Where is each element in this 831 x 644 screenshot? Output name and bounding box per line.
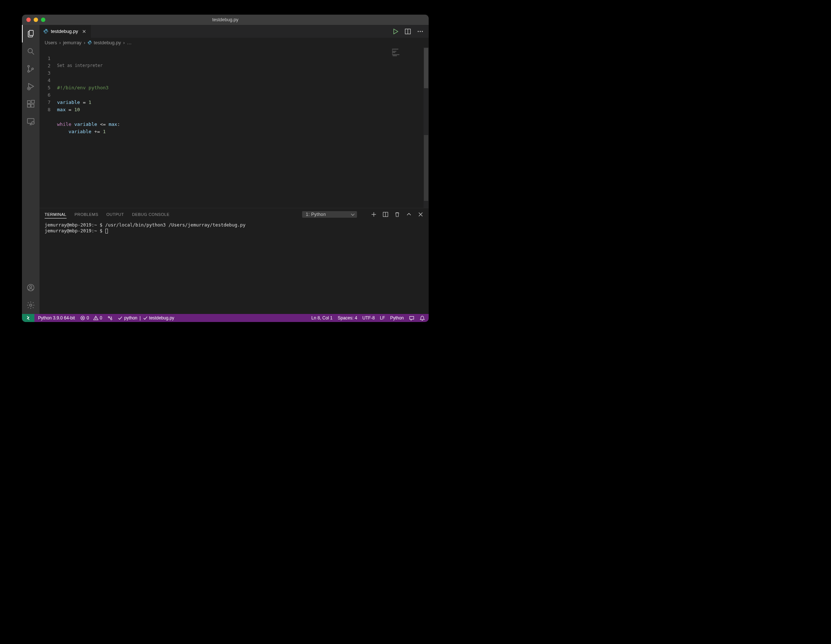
svg-rect-11 — [32, 100, 34, 103]
code-line[interactable]: variable += 1 — [57, 128, 380, 135]
notifications-bell-icon[interactable] — [420, 316, 425, 321]
error-count: 0 — [87, 316, 89, 320]
python-file-icon — [43, 29, 49, 34]
svg-point-5 — [32, 68, 33, 70]
window-title: testdebug.py — [22, 17, 429, 22]
vscode-window: testdebug.py — [22, 14, 429, 322]
more-actions-icon[interactable] — [417, 28, 423, 35]
line-number: 4 — [40, 77, 51, 84]
line-number: 3 — [40, 70, 51, 77]
terminal-output[interactable]: jemurray@mbp-2019:~ $ /usr/local/bin/pyt… — [40, 221, 429, 314]
new-terminal-icon[interactable] — [371, 212, 377, 217]
split-editor-icon[interactable] — [404, 28, 411, 35]
svg-point-24 — [422, 31, 423, 32]
panel-tab-terminal[interactable]: TERMINAL — [45, 212, 67, 218]
search-icon[interactable] — [22, 43, 40, 60]
panel-tab-output[interactable]: OUTPUT — [107, 212, 124, 217]
line-number: 6 — [40, 91, 51, 99]
breadcrumb-segment[interactable]: testdebug.py — [94, 40, 121, 45]
live-share-icon[interactable] — [107, 316, 113, 321]
svg-point-4 — [28, 71, 30, 72]
code-line[interactable]: max = 10 — [57, 106, 380, 113]
test-status-file[interactable]: testdebug.py — [143, 316, 175, 320]
chevron-right-icon: › — [59, 40, 61, 45]
kill-terminal-icon[interactable] — [394, 212, 400, 217]
svg-point-36 — [108, 316, 110, 317]
run-debug-icon[interactable] — [22, 78, 40, 95]
svg-point-1 — [28, 49, 33, 53]
breadcrumbs[interactable]: Users › jemurray › testdebug.py › … — [40, 38, 429, 47]
panel-actions — [371, 212, 423, 217]
breadcrumb-segment[interactable]: jemurray — [63, 40, 81, 45]
code-content[interactable]: Set as interpreter #!/bin/env python3 va… — [57, 47, 380, 208]
close-tab-icon[interactable] — [81, 29, 87, 34]
close-window-button[interactable] — [26, 18, 31, 22]
svg-point-22 — [418, 31, 419, 32]
terminal-line: jemurray@mbp-2019:~ $ /usr/local/bin/pyt… — [45, 222, 423, 228]
source-control-icon[interactable] — [22, 60, 40, 78]
codelens-action[interactable]: Set as interpreter — [57, 62, 380, 69]
close-panel-icon[interactable] — [418, 212, 423, 217]
feedback-icon[interactable] — [409, 316, 414, 321]
titlebar: testdebug.py — [22, 14, 429, 25]
cursor-position-status[interactable]: Ln 8, Col 1 — [311, 316, 333, 320]
line-number: 1 — [40, 55, 51, 62]
python-interpreter-status[interactable]: Python 3.9.0 64-bit — [38, 316, 75, 320]
minimap-preview: ████████████████████████████████████████… — [392, 49, 421, 60]
files-icon[interactable] — [22, 25, 40, 43]
panel-tabs: TERMINAL PROBLEMS OUTPUT DEBUG CONSOLE 1… — [40, 208, 429, 221]
minimize-window-button[interactable] — [33, 18, 38, 22]
svg-rect-0 — [29, 30, 33, 35]
remote-indicator[interactable] — [22, 314, 34, 322]
maximize-panel-icon[interactable] — [406, 212, 412, 217]
accounts-icon[interactable] — [22, 279, 40, 296]
svg-rect-10 — [31, 104, 34, 107]
code-line[interactable] — [57, 113, 380, 121]
code-line[interactable] — [57, 135, 380, 143]
language-mode-status[interactable]: Python — [390, 316, 404, 320]
panel-tab-problems[interactable]: PROBLEMS — [75, 212, 99, 217]
line-number: 7 — [40, 99, 51, 106]
tab-label: testdebug.py — [51, 29, 78, 34]
test-status-python[interactable]: python — [118, 316, 137, 320]
python-file-icon — [88, 40, 92, 45]
run-file-icon[interactable] — [392, 28, 399, 35]
code-line[interactable]: #!/bin/env python3 — [57, 84, 380, 91]
terminal-line: jemurray@mbp-2019:~ $ — [45, 228, 423, 234]
settings-gear-icon[interactable] — [22, 296, 40, 314]
split-terminal-icon[interactable] — [382, 212, 388, 217]
problems-status[interactable]: 0 0 — [80, 316, 102, 320]
breadcrumb-segment[interactable]: Users — [45, 40, 57, 45]
extensions-icon[interactable] — [22, 95, 40, 113]
svg-marker-19 — [394, 29, 398, 34]
tab-testdebug-py[interactable]: testdebug.py — [40, 25, 91, 38]
encoding-status[interactable]: UTF-8 — [363, 316, 375, 320]
editor-area: 12345678 Set as interpreter #!/bin/env p… — [40, 47, 429, 208]
svg-rect-9 — [27, 104, 30, 107]
code-line[interactable]: variable = 1 — [57, 99, 380, 106]
svg-point-16 — [30, 304, 32, 306]
remote-explorer-icon[interactable] — [22, 113, 40, 130]
eol-status[interactable]: LF — [380, 316, 385, 320]
code-line[interactable]: while variable <= max: — [57, 121, 380, 128]
editor-group: testdebug.py — [40, 25, 429, 314]
svg-rect-8 — [27, 100, 30, 104]
svg-point-3 — [28, 65, 30, 67]
activity-bar — [22, 25, 40, 314]
terminal-selector-dropdown[interactable]: 1: Python — [302, 211, 357, 218]
zoom-window-button[interactable] — [41, 18, 45, 22]
svg-point-23 — [420, 31, 421, 32]
svg-line-2 — [32, 52, 34, 54]
warning-count: 0 — [100, 316, 102, 320]
vertical-scrollbar[interactable] — [423, 47, 429, 208]
minimap[interactable]: ████████████████████████████████████████… — [380, 47, 423, 208]
scroll-overview-region — [424, 135, 428, 201]
scroll-thumb[interactable] — [424, 48, 428, 88]
breadcrumb-segment[interactable]: … — [127, 40, 132, 45]
code-editor[interactable]: 12345678 Set as interpreter #!/bin/env p… — [40, 47, 380, 208]
indentation-status[interactable]: Spaces: 4 — [337, 316, 357, 320]
panel-tab-debug-console[interactable]: DEBUG CONSOLE — [132, 212, 169, 217]
terminal-cursor — [105, 229, 108, 233]
tab-bar: testdebug.py — [40, 25, 429, 38]
code-line[interactable] — [57, 91, 380, 99]
